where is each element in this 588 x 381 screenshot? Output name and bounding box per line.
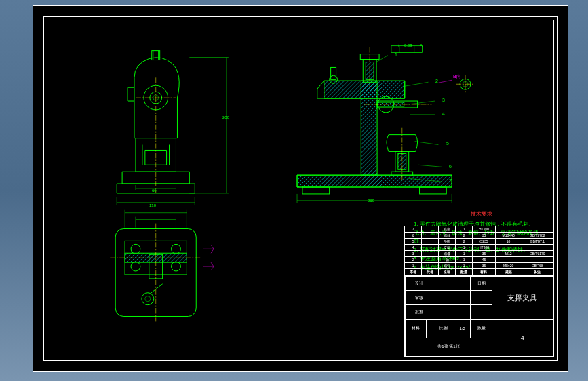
svg-point-40 <box>145 296 151 302</box>
callout-5: 5 <box>446 141 449 146</box>
dim-d1: 60 <box>152 188 157 193</box>
callout-2: 2 <box>435 79 438 83</box>
gd-sym: ⊥ <box>397 43 400 48</box>
callout-6: 6 <box>449 164 452 169</box>
callout-4: 4 <box>442 111 445 116</box>
drawing-title: 支撑夹具 <box>492 277 553 320</box>
svg-point-37 <box>172 244 181 254</box>
dim-base: 260 <box>368 199 374 203</box>
tb-qty-h: 数量 <box>471 319 492 338</box>
gd-val: 0.03 <box>404 43 412 47</box>
tb-scale: 1:2 <box>454 319 471 338</box>
tb-checked: 审核 <box>406 291 433 305</box>
callout-7: 7 <box>449 178 452 183</box>
callout-3: 3 <box>442 98 445 102</box>
gd-ref: A <box>420 43 423 47</box>
frame-inner: 200 130 60 260 ⊥ 0.03 A B向 1 2 3 4 5 6 7… <box>47 20 554 357</box>
tb-date: 日期 <box>471 277 492 291</box>
bom-table: 7底座1HT2006螺栓235M10×40GB/T57825垫圈2Q23510G… <box>404 226 553 275</box>
dim-width: 130 <box>149 203 156 207</box>
frame-outer: 200 130 60 260 ⊥ 0.03 A B向 1 2 3 4 5 6 7… <box>43 16 558 361</box>
svg-point-39 <box>142 293 154 305</box>
tb-sheet: 共1张 第1张 <box>406 338 492 356</box>
front-view <box>117 51 229 205</box>
tb-approved: 批准 <box>406 305 433 319</box>
svg-rect-11 <box>331 67 336 79</box>
svg-rect-8 <box>302 187 330 194</box>
drawing-sheet[interactable]: 200 130 60 260 ⊥ 0.03 A B向 1 2 3 4 5 6 7… <box>33 5 568 372</box>
tb-designed: 设计 <box>406 277 433 291</box>
title-block: 设计 日期 支撑夹具 审核 批准 材料 <box>404 275 553 357</box>
svg-point-36 <box>131 244 140 254</box>
notes-title: 技术要求 <box>414 210 549 219</box>
svg-point-34 <box>131 262 140 271</box>
dim-height: 200 <box>222 115 229 119</box>
svg-line-41 <box>151 284 163 294</box>
plan-view <box>110 210 214 322</box>
svg-point-35 <box>172 262 181 271</box>
tb-mat-h: 材料 <box>406 319 427 338</box>
callout-1: 1 <box>395 52 397 57</box>
svg-rect-9 <box>420 187 447 194</box>
section-view <box>297 46 452 203</box>
tb-scale-h: 比例 <box>433 319 454 338</box>
detail-label: B向 <box>453 73 461 80</box>
